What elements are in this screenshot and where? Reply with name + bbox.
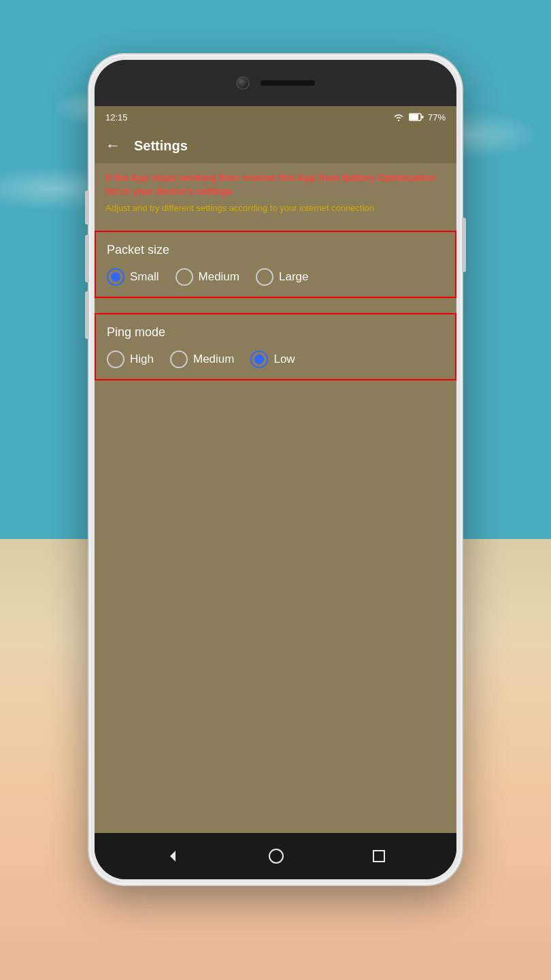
warning-red-text: If the App stops working then remove thi… [105, 172, 446, 198]
radio-medium-label: Medium [199, 270, 239, 284]
radio-low-dot [254, 355, 264, 364]
svg-point-4 [269, 849, 283, 863]
nav-recent-button[interactable] [373, 850, 385, 862]
phone-frame: 12:15 77% [89, 54, 462, 885]
nav-home-button[interactable] [269, 849, 284, 864]
volume-up-button [85, 191, 89, 225]
radio-small-circle[interactable] [107, 268, 124, 286]
packet-size-large[interactable]: Large [256, 268, 308, 286]
volume-down-button [85, 235, 89, 282]
packet-size-title: Packet size [107, 243, 444, 257]
radio-small-label: Small [130, 270, 159, 284]
wifi-icon [393, 112, 405, 122]
svg-rect-1 [410, 114, 418, 120]
ping-mode-high[interactable]: High [107, 350, 154, 368]
packet-size-section: Packet size Small Medium [95, 231, 456, 298]
status-bar: 12:15 77% [95, 106, 456, 128]
ping-mode-medium[interactable]: Medium [170, 350, 234, 368]
camera-lens [236, 76, 250, 90]
warning-yellow-text: Adjust and try different settings accord… [105, 202, 446, 214]
bottom-nav-bar [95, 833, 456, 879]
screen-content: 12:15 77% [95, 106, 456, 833]
svg-rect-5 [373, 851, 384, 862]
phone-top-bar [95, 60, 456, 106]
radio-low-circle[interactable] [250, 350, 268, 368]
ping-mode-section: Ping mode High Medium [95, 313, 456, 380]
app-bar: ← Settings [95, 128, 456, 163]
packet-size-radio-group: Small Medium Large [107, 268, 444, 286]
gap-1 [95, 220, 456, 231]
radio-large-label: Large [279, 270, 308, 284]
camera-button [85, 291, 89, 339]
power-button [462, 218, 466, 272]
page-title: Settings [134, 138, 188, 154]
phone-inner: 12:15 77% [95, 60, 456, 879]
radio-high-label: High [130, 353, 154, 366]
radio-medium-circle[interactable] [176, 268, 193, 286]
radio-large-circle[interactable] [256, 268, 273, 286]
radio-ping-medium-label: Medium [193, 353, 234, 366]
gap-2 [95, 302, 456, 313]
back-button[interactable]: ← [105, 137, 120, 154]
radio-low-label: Low [273, 353, 295, 366]
speaker-slot [261, 80, 315, 86]
status-time: 12:15 [105, 112, 128, 122]
status-icons: 77% [393, 112, 446, 122]
ping-mode-title: Ping mode [107, 325, 444, 340]
warning-section: If the App stops working then remove thi… [95, 163, 456, 220]
ping-mode-low[interactable]: Low [250, 350, 295, 368]
radio-small-dot [111, 272, 120, 282]
ping-mode-radio-group: High Medium Low [107, 350, 444, 368]
packet-size-medium[interactable]: Medium [176, 268, 239, 286]
phone-screen: 12:15 77% [95, 106, 456, 833]
svg-rect-2 [422, 116, 424, 118]
radio-high-circle[interactable] [107, 350, 124, 368]
nav-back-button[interactable] [166, 849, 180, 863]
battery-percent: 77% [428, 112, 446, 122]
svg-marker-3 [170, 851, 176, 862]
battery-icon [409, 113, 424, 121]
packet-size-small[interactable]: Small [107, 268, 159, 286]
radio-ping-medium-circle[interactable] [170, 350, 188, 368]
empty-space [95, 385, 456, 833]
